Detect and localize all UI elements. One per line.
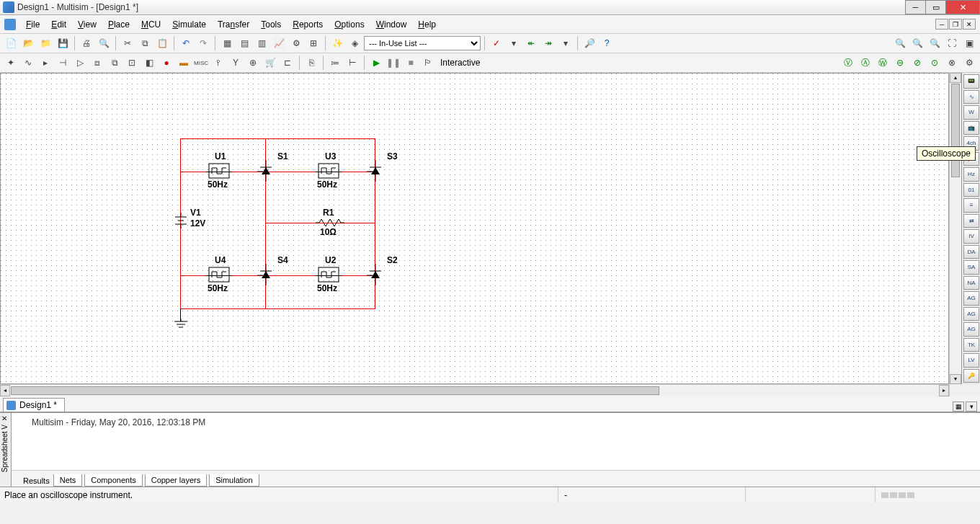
agilent-scope-icon[interactable]: AG [963,322,979,337]
probe-p-button[interactable]: Ⓦ [875,55,891,71]
place-source-button[interactable]: ✦ [3,55,19,71]
document-tab[interactable]: Design1 * [3,398,65,412]
vscroll-thumb[interactable] [951,84,960,177]
back-annotate-button[interactable]: ↞ [523,35,539,51]
copy-button[interactable]: ⧉ [137,35,153,51]
zoom-fit-button[interactable]: ⛶ [944,35,960,51]
component-wizard-button[interactable]: ✨ [329,35,345,51]
multimeter-icon[interactable]: 📟 [963,74,979,89]
component-s4[interactable] [257,264,275,285]
label-s1[interactable]: S1 [277,151,288,161]
label-r1[interactable]: R1 [323,208,334,218]
tektronix-scope-icon[interactable]: TK [963,338,979,352]
spreadsheet-close-icon[interactable]: ✕ [1,414,7,422]
place-ni-button[interactable]: 🛒 [262,55,278,71]
toggle-design-toolbox-button[interactable]: ▦ [219,35,235,51]
iv-analyzer-icon[interactable]: IV [963,229,979,244]
zoom-area-button[interactable]: 🔍 [927,35,943,51]
capture-button[interactable]: ▾ [506,35,522,51]
minimize-button[interactable]: ─ [905,0,926,14]
place-diode-button[interactable]: ▸ [37,55,53,71]
menu-place[interactable]: Place [102,17,135,32]
log-tab-nets[interactable]: Nets [53,474,83,487]
print-button[interactable]: 🖨 [79,35,94,51]
help-button[interactable]: ? [599,35,615,51]
maximize-button[interactable]: ▭ [925,0,946,14]
export-button[interactable]: ▾ [558,35,574,51]
breadboard-button[interactable]: ⊞ [306,35,321,51]
hscroll-thumb[interactable] [11,386,659,395]
label-u3[interactable]: U3 [325,151,336,161]
scroll-left-arrow[interactable]: ◂ [0,385,10,396]
probe-settings-button[interactable]: ⊗ [944,55,960,71]
frequency-counter-icon[interactable]: Hz [963,167,979,182]
place-transistor-button[interactable]: ⊣ [55,55,71,71]
place-hierarchy-button[interactable]: ⎘ [303,55,319,71]
zoom-out-button[interactable]: 🔍 [909,35,925,51]
place-advanced-button[interactable]: ⫯ [210,55,226,71]
paste-button[interactable]: 📋 [154,35,170,51]
menu-tools[interactable]: Tools [255,17,287,32]
horizontal-scrollbar[interactable]: ◂ ▸ [0,384,949,396]
place-analog-button[interactable]: ▷ [72,55,88,71]
oscilloscope-icon[interactable]: 📺 [963,121,979,136]
function-generator-icon[interactable]: ∿ [963,90,979,105]
save-button[interactable]: 💾 [55,35,71,51]
close-button[interactable]: ✕ [945,0,980,14]
place-power-button[interactable]: ▬ [176,55,192,71]
vertical-scrollbar[interactable]: ▴ ▾ [949,73,961,384]
erc-button[interactable]: ✓ [489,35,504,51]
postprocessor-button[interactable]: ⚙ [288,35,304,51]
label-v1[interactable]: V1 [190,208,201,218]
logic-analyzer-icon[interactable]: ≡ [963,198,979,213]
menu-edit[interactable]: Edit [45,17,72,32]
probe-vd-button[interactable]: ⊙ [927,55,943,71]
analysis-button[interactable]: 🏳 [420,55,436,71]
place-ttl-button[interactable]: ⧈ [89,55,105,71]
component-u2[interactable] [318,267,339,283]
place-junction-button[interactable]: ⊢ [344,55,360,71]
label-s3[interactable]: S3 [387,151,398,161]
undo-button[interactable]: ↶ [178,35,194,51]
schematic-canvas[interactable]: V1 12V R1 10Ω U1 50Hz U3 50Hz U4 50Hz [1,74,948,383]
component-u1[interactable] [208,163,230,179]
open-button[interactable]: 📂 [20,35,36,51]
place-basic-button[interactable]: ∿ [20,55,36,71]
label-s4[interactable]: S4 [277,255,288,265]
component-s3[interactable] [367,160,384,182]
mdi-close[interactable]: ✕ [963,19,976,30]
toggle-spreadsheet-button[interactable]: ▤ [236,35,252,51]
probe-diff-button[interactable]: ⊖ [892,55,908,71]
place-indicator-button[interactable]: ● [159,55,174,71]
new-button[interactable]: 📄 [3,35,19,51]
log-tab-results[interactable]: Results [17,475,51,487]
print-preview-button[interactable]: 🔍 [96,35,112,51]
log-tab-simulation[interactable]: Simulation [209,474,259,487]
log-tab-components[interactable]: Components [84,474,142,487]
menu-transfer[interactable]: Transfer [212,17,255,32]
place-electromech-button[interactable]: ⊕ [245,55,261,71]
place-misc-digital-button[interactable]: ⊡ [124,55,140,71]
place-mixed-button[interactable]: ◧ [141,55,157,71]
scroll-right-arrow[interactable]: ▸ [939,385,949,396]
tab-scroll-button[interactable]: ▦ [953,401,964,412]
component-r1[interactable] [316,218,344,228]
tab-menu-button[interactable]: ▾ [966,401,977,412]
agilent-mm-icon[interactable]: AG [963,307,979,321]
component-s1[interactable] [257,160,275,182]
label-s2[interactable]: S2 [387,255,398,265]
menu-window[interactable]: Window [370,17,413,32]
pause-button[interactable]: ❚❚ [386,55,401,71]
stop-button[interactable]: ■ [403,55,419,71]
probe-i-button[interactable]: Ⓐ [858,55,873,71]
component-u3[interactable] [318,163,339,179]
menu-mcu[interactable]: MCU [135,17,166,32]
menu-file[interactable]: File [20,17,45,32]
menu-help[interactable]: Help [412,17,442,32]
scroll-up-arrow[interactable]: ▴ [950,73,961,83]
label-u1[interactable]: U1 [215,151,226,161]
spectrum-analyzer-icon[interactable]: SA [963,260,979,275]
redo-button[interactable]: ↷ [195,35,211,51]
menu-options[interactable]: Options [329,17,370,32]
mdi-minimize[interactable]: ─ [935,19,948,30]
